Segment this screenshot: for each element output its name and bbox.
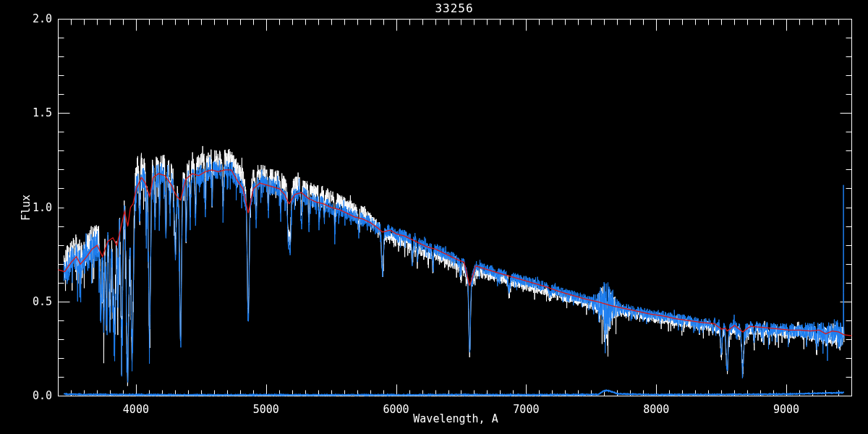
x-tick-label: 8000	[627, 403, 685, 416]
x-tick-label: 5000	[237, 403, 295, 416]
y-tick-label: 1.0	[19, 201, 52, 214]
x-axis-label: Wavelength, A	[311, 412, 600, 425]
spectrum-plot-canvas	[0, 0, 868, 434]
x-tick-label: 7000	[497, 403, 555, 416]
x-tick-label: 4000	[107, 403, 165, 416]
y-tick-label: 0.0	[19, 389, 52, 402]
chart-title: 33256	[310, 1, 599, 15]
y-tick-label: 2.0	[19, 12, 52, 25]
x-tick-label: 9000	[757, 403, 815, 416]
spectrum-plot-window: 33256 Wavelength, A Flux 400050006000700…	[0, 0, 868, 434]
x-tick-label: 6000	[367, 403, 425, 416]
y-tick-label: 0.5	[19, 295, 52, 308]
y-tick-label: 1.5	[19, 106, 52, 119]
